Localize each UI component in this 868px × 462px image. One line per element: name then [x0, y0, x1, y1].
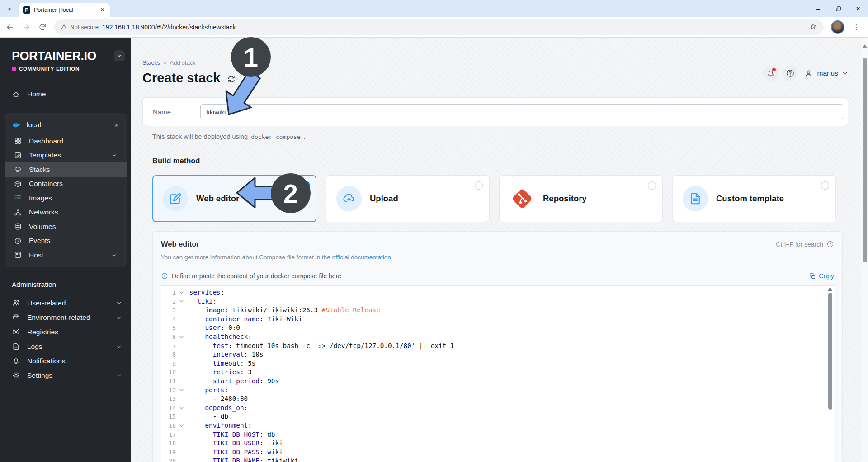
- sidebar-item-volumes[interactable]: Volumes: [5, 219, 127, 234]
- fold-arrow-icon[interactable]: [178, 300, 185, 303]
- chevron-down-icon: [111, 252, 118, 258]
- browser-menu-icon[interactable]: ⋮: [849, 23, 863, 31]
- chevron-down-icon: [116, 314, 122, 321]
- user-menu[interactable]: marius: [804, 69, 848, 78]
- sidebar-item-stacks[interactable]: Stacks: [5, 162, 127, 177]
- page-title: Create stack: [142, 71, 221, 86]
- git-icon: [509, 186, 535, 211]
- code-line: 9 timeout: 5s: [161, 359, 834, 368]
- url-bar[interactable]: Not secure 192.168.1.18:9000/#!/2/docker…: [54, 19, 824, 35]
- question-circle-icon[interactable]: [826, 240, 834, 248]
- fold-arrow-icon[interactable]: [178, 336, 185, 338]
- portainer-logo: PORTAINER.IO COMMUNITY EDITION: [0, 49, 131, 71]
- deploy-method-code: docker compose: [251, 133, 301, 140]
- refresh-icon[interactable]: [227, 75, 236, 84]
- help-button[interactable]: [783, 66, 798, 81]
- sidebar-item-notifications[interactable]: Notifications: [0, 354, 131, 368]
- window-close-button[interactable]: ✕: [848, 5, 868, 12]
- fold-arrow-icon[interactable]: [178, 424, 185, 427]
- breadcrumb: Stacks > Add stack: [142, 59, 848, 66]
- bookmark-star-icon[interactable]: [809, 22, 817, 32]
- code-line: 7 test: timeout 10s bash -c ':> /dev/tcp…: [161, 342, 834, 351]
- sidebar-item-home[interactable]: Home: [0, 87, 131, 101]
- sidebar-item-label: Stacks: [29, 166, 118, 174]
- line-number: 9: [161, 359, 176, 368]
- settings-icon: [12, 372, 20, 379]
- tab-search-button[interactable]: ▾: [4, 3, 15, 15]
- sidebar-item-label: User-related: [27, 299, 108, 307]
- editor-scrollbar-thumb[interactable]: [828, 293, 832, 410]
- page-scrollbar-thumb[interactable]: [863, 58, 867, 262]
- fold-arrow-icon[interactable]: [178, 407, 185, 410]
- line-number: 8: [161, 350, 176, 359]
- copy-button[interactable]: Copy: [809, 272, 834, 280]
- page-scrollbar[interactable]: [861, 38, 868, 462]
- browser-tab[interactable]: P Portainer | local ✕: [19, 3, 110, 17]
- line-number: 18: [161, 439, 176, 448]
- sidebar-item-environment-related[interactable]: Environment-related: [0, 310, 131, 325]
- sidebar-item-label: Notifications: [27, 357, 122, 365]
- upload-icon: [336, 186, 362, 211]
- sidebar-item-networks[interactable]: Networks: [5, 205, 127, 220]
- url-text: 192.168.1.18:9000/#!/2/docker/stacks/new…: [102, 24, 806, 31]
- not-secure-badge[interactable]: Not secure: [61, 24, 99, 30]
- stack-name-input[interactable]: [200, 104, 843, 119]
- sidebar-item-label: Images: [29, 194, 118, 202]
- code-line: 11 start_period: 90s: [161, 377, 834, 386]
- web-editor-title: Web editor: [161, 240, 199, 248]
- search-hint: Ctrl+F for search: [776, 240, 834, 248]
- sidebar-item-logs[interactable]: Logs: [0, 339, 131, 354]
- reload-button[interactable]: [35, 20, 50, 34]
- editor-scroll-up-icon[interactable]: [828, 287, 832, 291]
- breadcrumb-stacks-link[interactable]: Stacks: [142, 59, 160, 66]
- browser-profile-avatar[interactable]: [831, 20, 844, 34]
- fold-arrow-icon[interactable]: [178, 291, 185, 294]
- build-method-options: Web editorUploadRepositoryCustom templat…: [152, 175, 836, 222]
- line-number: 7: [161, 342, 176, 351]
- templates-icon: [14, 152, 22, 159]
- sidebar-item-settings[interactable]: Settings: [0, 368, 131, 383]
- radio-unselected[interactable]: [821, 181, 829, 190]
- sidebar-collapse-button[interactable]: «: [114, 50, 125, 61]
- sidebar-item-events[interactable]: Events: [5, 234, 127, 248]
- scrollbar-up-icon[interactable]: [863, 44, 867, 48]
- sidebar-item-images[interactable]: Images: [5, 191, 127, 205]
- back-button[interactable]: [3, 20, 17, 34]
- name-label: Name: [153, 108, 200, 116]
- main-content: Stacks > Add stack Create stack marius: [131, 38, 868, 462]
- compose-code-editor[interactable]: 1services:2 tiki:3 image: tikiwiki/tikiw…: [161, 285, 834, 462]
- radio-unselected[interactable]: [475, 181, 483, 190]
- code-line: 18 TIKI_DB_USER: tiki: [161, 439, 834, 448]
- forward-button[interactable]: [19, 20, 33, 34]
- copy-icon: [809, 273, 816, 280]
- code-line: 20 TIKI_DB_NAME: tikiwiki: [161, 457, 834, 462]
- build-method-option-upload[interactable]: Upload: [326, 175, 490, 222]
- build-method-option-custom-template[interactable]: Custom template: [672, 175, 836, 222]
- sidebar-item-registries[interactable]: Registries: [0, 325, 131, 339]
- sidebar-item-containers[interactable]: Containers: [5, 177, 127, 191]
- alert-triangle-icon: [61, 24, 67, 30]
- code-line: 14 depends_on:: [161, 404, 834, 413]
- build-method-label: Repository: [543, 194, 587, 204]
- build-method-option-repository[interactable]: Repository: [499, 175, 663, 222]
- build-method-label: Web editor: [196, 194, 239, 204]
- sidebar-item-host[interactable]: Host: [5, 248, 127, 262]
- sidebar-item-dashboard[interactable]: Dashboard: [5, 134, 127, 148]
- sidebar-item-templates[interactable]: Templates: [5, 148, 127, 163]
- radio-unselected[interactable]: [648, 181, 656, 190]
- stacks-icon: [14, 166, 22, 173]
- sidebar-item-user-related[interactable]: User-related: [0, 296, 131, 310]
- environment-header[interactable]: local: [5, 116, 127, 134]
- administration-section-label: Administration: [12, 281, 131, 289]
- window-restore-button[interactable]: [828, 5, 848, 12]
- environment-close-icon[interactable]: [113, 122, 119, 128]
- build-method-option-web-editor[interactable]: Web editor: [152, 175, 316, 222]
- sidebar-item-label: Networks: [29, 208, 118, 216]
- environments-icon: [12, 314, 20, 321]
- official-documentation-link[interactable]: official documentation: [332, 254, 391, 261]
- notifications-bell-button[interactable]: [763, 66, 778, 81]
- tab-close-icon[interactable]: ✕: [99, 6, 106, 13]
- window-minimize-button[interactable]: –: [808, 5, 828, 12]
- line-number: 14: [161, 404, 176, 413]
- fold-arrow-icon[interactable]: [178, 389, 185, 391]
